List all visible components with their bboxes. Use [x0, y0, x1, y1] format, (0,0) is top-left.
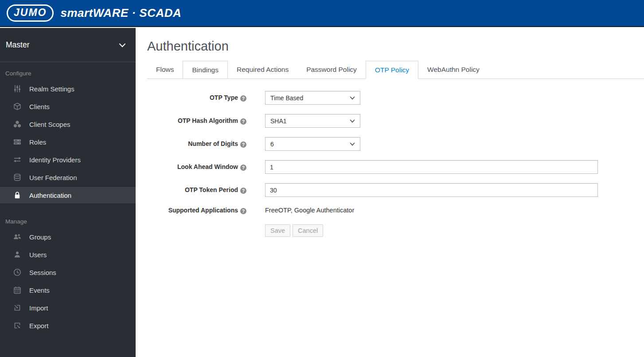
- sidebar-item-realm-settings[interactable]: Realm Settings: [0, 80, 136, 98]
- sidebar-item-import[interactable]: Import: [0, 299, 136, 317]
- chevron-down-icon: [350, 119, 355, 123]
- sidebar-item-identity-providers[interactable]: Identity Providers: [0, 151, 136, 169]
- sidebar-item-user-federation[interactable]: User Federation: [0, 169, 136, 186]
- tab-bar: Flows Bindings Required Actions Password…: [147, 61, 644, 79]
- otp-policy-form: OTP Type? Time Based OTP Hash Algorithm?…: [147, 91, 644, 237]
- page-title: Authentication: [147, 39, 644, 54]
- product-name: smartWARE · SCADA: [60, 6, 181, 20]
- chevron-down-icon: [119, 40, 125, 50]
- field-label: OTP Hash Algorithm?: [147, 117, 246, 125]
- help-icon[interactable]: ?: [240, 95, 246, 102]
- form-row-otp-hash-algorithm: OTP Hash Algorithm? SHA1: [147, 114, 644, 128]
- sidebar-item-authentication[interactable]: Authentication: [0, 186, 136, 204]
- realm-selector-label: Master: [6, 40, 29, 50]
- field-label-text: OTP Type: [210, 94, 238, 101]
- tab-bindings[interactable]: Bindings: [183, 61, 227, 78]
- help-icon[interactable]: ?: [240, 188, 246, 194]
- sidebar: Master Configure Realm Settings Clients …: [0, 28, 136, 357]
- chevron-down-icon: [350, 142, 355, 146]
- tab-password-policy[interactable]: Password Policy: [297, 61, 366, 78]
- sidebar-item-label: Realm Settings: [29, 85, 74, 93]
- sidebar-item-groups[interactable]: Groups: [0, 228, 136, 246]
- jumo-logo[interactable]: JUMO: [7, 4, 54, 22]
- field-label: OTP Type?: [147, 94, 246, 102]
- save-button[interactable]: Save: [265, 224, 290, 237]
- supported-applications-value: FreeOTP, Google Authenticator: [265, 207, 354, 214]
- number-of-digits-select[interactable]: 6: [265, 137, 360, 151]
- sidebar-item-client-scopes[interactable]: Client Scopes: [0, 115, 136, 133]
- sidebar-item-label: Authentication: [29, 192, 71, 199]
- exchange-icon: [13, 156, 21, 164]
- sidebar-item-label: Identity Providers: [29, 156, 81, 164]
- sidebar-item-sessions[interactable]: Sessions: [0, 263, 136, 281]
- sidebar-item-clients[interactable]: Clients: [0, 98, 136, 115]
- cancel-button[interactable]: Cancel: [293, 224, 323, 237]
- look-ahead-window-input[interactable]: [265, 160, 598, 174]
- field-label: Supported Applications?: [147, 207, 246, 214]
- sidebar-item-label: Export: [29, 322, 48, 330]
- sidebar-item-label: User Federation: [29, 174, 77, 181]
- groups-icon: [13, 233, 21, 241]
- help-icon[interactable]: ?: [240, 208, 246, 214]
- section-label: Configure: [0, 62, 136, 80]
- export-icon: [13, 322, 21, 330]
- field-label: Look Ahead Window?: [147, 163, 246, 171]
- cube-icon: [13, 102, 21, 110]
- cubes-icon: [13, 120, 21, 128]
- sidebar-item-label: Groups: [29, 233, 51, 241]
- lock-icon: [13, 191, 21, 199]
- clock-icon: [13, 268, 21, 276]
- sidebar-item-roles[interactable]: Roles: [0, 133, 136, 151]
- otp-type-select[interactable]: Time Based: [265, 91, 360, 105]
- form-row-otp-type: OTP Type? Time Based: [147, 91, 644, 105]
- import-icon: [13, 304, 21, 312]
- main-content: Authentication Flows Bindings Required A…: [136, 28, 644, 357]
- field-label-text: Supported Applications: [168, 207, 238, 214]
- sidebar-item-label: Import: [29, 304, 48, 312]
- field-label-text: OTP Hash Algorithm: [178, 117, 238, 124]
- section-label: Manage: [0, 210, 136, 228]
- otp-token-period-input[interactable]: [265, 183, 598, 197]
- form-row-look-ahead-window: Look Ahead Window?: [147, 160, 644, 174]
- tab-otp-policy[interactable]: OTP Policy: [366, 61, 418, 79]
- selected-value: SHA1: [270, 118, 287, 125]
- calendar-icon: [13, 286, 21, 294]
- database-icon: [13, 173, 21, 181]
- app-header: JUMO smartWARE · SCADA: [0, 0, 644, 27]
- list-icon: [13, 138, 21, 146]
- tab-flows[interactable]: Flows: [147, 61, 183, 78]
- realm-selector[interactable]: Master: [0, 28, 136, 62]
- sidebar-item-label: Roles: [29, 138, 46, 146]
- field-label-text: OTP Token Period: [185, 186, 238, 193]
- help-icon[interactable]: ?: [240, 165, 246, 171]
- user-icon: [13, 251, 21, 259]
- field-label: OTP Token Period?: [147, 186, 246, 194]
- sidebar-item-label: Users: [29, 251, 47, 259]
- sidebar-item-events[interactable]: Events: [0, 281, 136, 299]
- field-label-text: Look Ahead Window: [177, 163, 238, 170]
- sliders-icon: [13, 85, 21, 93]
- sidebar-item-label: Sessions: [29, 269, 56, 276]
- form-row-otp-token-period: OTP Token Period?: [147, 183, 644, 197]
- tab-required-actions[interactable]: Required Actions: [228, 61, 297, 78]
- chevron-down-icon: [350, 96, 355, 100]
- help-icon[interactable]: ?: [240, 118, 246, 125]
- sidebar-item-users[interactable]: Users: [0, 246, 136, 263]
- field-label-text: Number of Digits: [188, 140, 238, 147]
- form-row-number-of-digits: Number of Digits? 6: [147, 137, 644, 151]
- sidebar-section-manage: Manage Groups Users Sessions Events: [0, 210, 136, 334]
- field-label: Number of Digits?: [147, 140, 246, 148]
- sidebar-section-configure: Configure Realm Settings Clients Client …: [0, 62, 136, 204]
- sidebar-item-label: Clients: [29, 103, 50, 110]
- selected-value: Time Based: [270, 94, 303, 102]
- help-icon[interactable]: ?: [240, 141, 246, 148]
- selected-value: 6: [270, 141, 274, 148]
- form-row-supported-applications: Supported Applications? FreeOTP, Google …: [147, 206, 644, 214]
- sidebar-item-label: Events: [29, 286, 50, 294]
- sidebar-item-label: Client Scopes: [29, 121, 70, 128]
- tab-webauthn-policy[interactable]: WebAuthn Policy: [418, 61, 488, 78]
- sidebar-item-export[interactable]: Export: [0, 317, 136, 334]
- otp-hash-algorithm-select[interactable]: SHA1: [265, 114, 360, 128]
- form-buttons: Save Cancel: [265, 224, 644, 237]
